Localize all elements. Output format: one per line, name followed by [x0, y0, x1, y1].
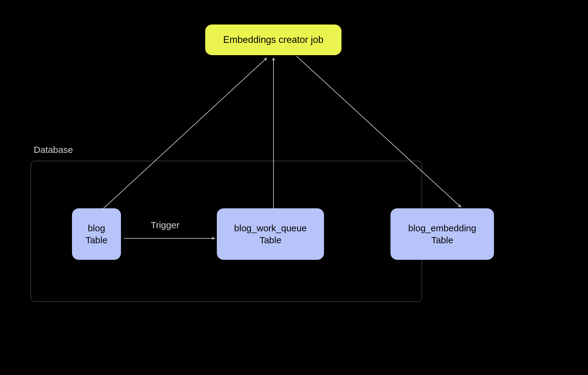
- queue-table-name: blog_work_queue: [234, 222, 307, 234]
- embedding-table-name: blog_embedding: [408, 222, 476, 234]
- blog-table-name: blog: [88, 222, 105, 234]
- blog-table-type: Table: [85, 234, 107, 246]
- job-node: Embeddings creator job: [205, 25, 341, 55]
- blog-table-node: blog Table: [72, 208, 121, 260]
- trigger-edge-label: Trigger: [151, 220, 179, 230]
- job-label: Embeddings creator job: [223, 34, 323, 45]
- embedding-table-node: blog_embedding Table: [390, 208, 494, 260]
- database-label: Database: [34, 145, 73, 155]
- queue-table-node: blog_work_queue Table: [217, 208, 324, 260]
- embedding-table-type: Table: [431, 234, 453, 246]
- queue-table-type: Table: [259, 234, 281, 246]
- diagram-canvas: Embeddings creator job Database blog Tab…: [0, 0, 588, 375]
